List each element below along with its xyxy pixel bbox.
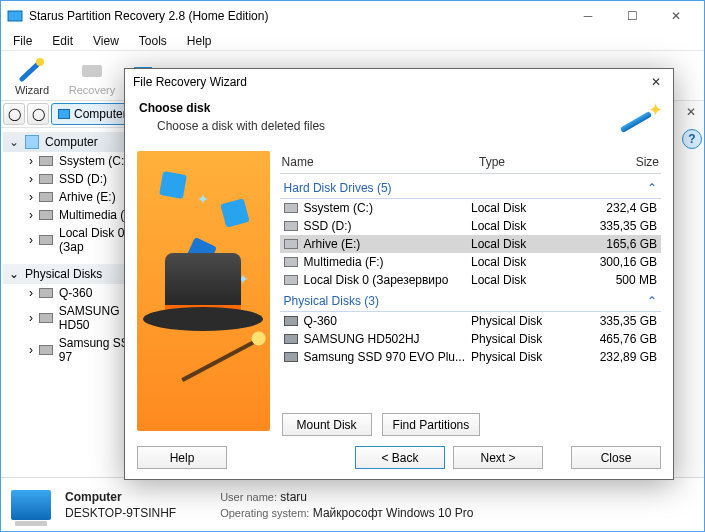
col-name[interactable]: Name (282, 155, 479, 169)
disk-size: 335,35 GB (577, 314, 657, 328)
disk-icon (284, 257, 298, 267)
chevron-icon: › (29, 154, 33, 168)
status-computer-col: Computer DESKTOP-9TSINHF (65, 490, 176, 520)
col-type[interactable]: Type (479, 155, 579, 169)
wand-icon (619, 101, 659, 141)
menu-view[interactable]: View (85, 32, 127, 50)
chevron-icon: › (29, 208, 33, 222)
computer-icon (11, 490, 51, 520)
close-button[interactable]: ✕ (654, 2, 698, 30)
disk-row[interactable]: Samsung SSD 970 EVO Plu...Physical Disk2… (280, 348, 661, 366)
chevron-icon: › (29, 190, 33, 204)
section-hdd[interactable]: Hard Disk Drives (5) ⌃ (280, 178, 661, 199)
disk-name: SSD (D:) (304, 219, 352, 233)
disk-row[interactable]: Ssystem (C:)Local Disk232,4 GB (280, 199, 661, 217)
disk-icon (284, 316, 298, 326)
menu-help[interactable]: Help (179, 32, 220, 50)
wizard-footer: Help < Back Next > Close (125, 436, 673, 479)
monitor-icon (58, 109, 70, 119)
status-os-label: Operating system: (220, 507, 309, 519)
disk-icon (39, 192, 53, 202)
menu-file[interactable]: File (5, 32, 40, 50)
disk-name: Ssystem (C:) (304, 201, 373, 215)
disk-row[interactable]: SAMSUNG HD502HJPhysical Disk465,76 GB (280, 330, 661, 348)
hdd-icon (39, 288, 53, 298)
find-partitions-button[interactable]: Find Partitions (382, 413, 481, 436)
chevron-icon: › (29, 343, 33, 357)
disk-name: Arhive (E:) (304, 237, 361, 251)
section-hdd-label: Hard Disk Drives (5) (284, 181, 392, 195)
wizard-subheading: Choose a disk with deleted files (139, 119, 619, 133)
maximize-button[interactable]: ☐ (610, 2, 654, 30)
disk-type: Local Disk (471, 237, 571, 251)
view-btn-computer[interactable]: Computer (51, 103, 134, 125)
disk-row[interactable]: Q-360Physical Disk335,35 GB (280, 312, 661, 330)
disk-icon (39, 210, 53, 220)
disk-row[interactable]: Arhive (E:)Local Disk165,6 GB (280, 235, 661, 253)
view-btn-2[interactable]: ◯ (27, 103, 49, 125)
disk-name: Samsung SSD 970 EVO Plu... (304, 350, 465, 364)
disk-size: 165,6 GB (577, 237, 657, 251)
disk-type: Local Disk (471, 273, 571, 287)
help-button[interactable]: Help (137, 446, 227, 469)
chevron-icon: › (29, 233, 33, 247)
disk-size: 335,35 GB (577, 219, 657, 233)
disk-type: Physical Disk (471, 350, 571, 364)
app-icon (7, 8, 23, 24)
wizard-dialog: File Recovery Wizard ✕ Choose disk Choos… (124, 68, 674, 480)
tool-wizard[interactable]: Wizard (7, 56, 57, 96)
disk-size: 465,76 GB (577, 332, 657, 346)
col-size[interactable]: Size (579, 155, 659, 169)
disk-row[interactable]: SSD (D:)Local Disk335,35 GB (280, 217, 661, 235)
tree-drive-label: Arhive (E:) (59, 190, 116, 204)
list-body: Hard Disk Drives (5) ⌃ Ssystem (C:)Local… (280, 174, 661, 403)
tree-drive-label: Ssystem (C:) (59, 154, 128, 168)
chevron-up-icon: ⌃ (647, 294, 657, 308)
tree-drive-label: SSD (D:) (59, 172, 107, 186)
status-computer-name: DESKTOP-9TSINHF (65, 506, 176, 520)
svg-point-2 (36, 58, 44, 66)
status-user-label: User name: (220, 491, 277, 503)
disk-row[interactable]: Local Disk 0 (ЗарезервироLocal Disk500 M… (280, 271, 661, 289)
wand-icon (18, 56, 46, 84)
disk-type: Physical Disk (471, 332, 571, 346)
wizard-close-button[interactable]: ✕ (643, 72, 669, 92)
disk-size: 232,4 GB (577, 201, 657, 215)
puzzle-icon (159, 171, 187, 199)
window-title: Starus Partition Recovery 2.8 (Home Edit… (29, 9, 566, 23)
status-user-val: staru (280, 490, 307, 504)
disk-name: Local Disk 0 (Зарезервиро (304, 273, 449, 287)
minimize-button[interactable]: ─ (566, 2, 610, 30)
panel-close-button[interactable]: ✕ (682, 103, 700, 121)
disk-row[interactable]: Multimedia (F:)Local Disk300,16 GB (280, 253, 661, 271)
disk-icon (284, 239, 298, 249)
svg-line-1 (22, 63, 39, 79)
mount-disk-button[interactable]: Mount Disk (282, 413, 372, 436)
statusbar: Computer DESKTOP-9TSINHF User name: star… (1, 477, 704, 531)
disk-size: 232,89 GB (577, 350, 657, 364)
collapse-icon: ⌄ (9, 267, 19, 281)
tool-recovery[interactable]: Recovery (67, 56, 117, 96)
status-computer-label: Computer (65, 490, 176, 504)
close-button[interactable]: Close (571, 446, 661, 469)
disk-name: SAMSUNG HD502HJ (304, 332, 420, 346)
view-btn-1[interactable]: ◯ (3, 103, 25, 125)
view-btn-computer-label: Computer (74, 107, 127, 121)
chevron-icon: › (29, 286, 33, 300)
section-physical[interactable]: Physical Disks (3) ⌃ (280, 291, 661, 312)
tool-recovery-label: Recovery (69, 84, 115, 96)
tree-computer-label: Computer (45, 135, 98, 149)
disk-size: 300,16 GB (577, 255, 657, 269)
disk-type: Physical Disk (471, 314, 571, 328)
disk-name: Q-360 (304, 314, 337, 328)
menu-edit[interactable]: Edit (44, 32, 81, 50)
menu-tools[interactable]: Tools (131, 32, 175, 50)
back-button[interactable]: < Back (355, 446, 445, 469)
next-button[interactable]: Next > (453, 446, 543, 469)
wizard-list-panel: Name Type Size Hard Disk Drives (5) ⌃ Ss… (280, 151, 661, 436)
hdd-icon (39, 313, 53, 323)
help-icon[interactable]: ? (682, 129, 702, 149)
disk-size: 500 MB (577, 273, 657, 287)
recovery-icon (78, 56, 106, 84)
titlebar: Starus Partition Recovery 2.8 (Home Edit… (1, 1, 704, 31)
